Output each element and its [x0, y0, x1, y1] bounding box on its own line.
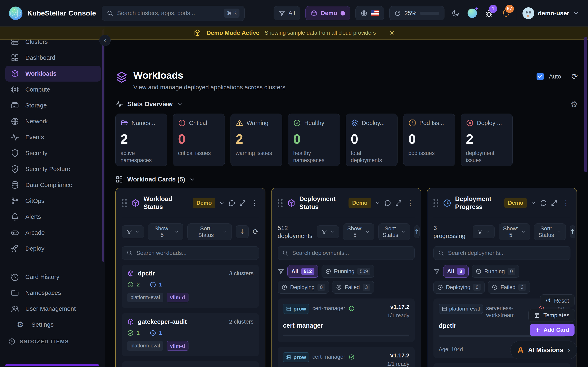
chevron-down-icon[interactable]: [531, 200, 536, 206]
sidebar-item-gitops[interactable]: GitOps: [5, 193, 101, 209]
demo-mode-button[interactable]: Demo: [305, 6, 350, 20]
workload-search-input[interactable]: Search workloads...: [122, 246, 259, 260]
sidebar-item-alerts[interactable]: Alerts: [5, 209, 101, 225]
chip-failed[interactable]: Failed3: [488, 281, 530, 294]
filter-all-button[interactable]: All: [274, 6, 300, 20]
auto-refresh-checkbox[interactable]: [536, 73, 544, 80]
workload-list-item[interactable]: dpctlr 3 clusters 2 1 platform-eval vllm…: [122, 265, 259, 308]
page-scrollbar[interactable]: [584, 37, 587, 172]
debug-button[interactable]: 1: [483, 8, 495, 19]
kebab-menu-icon[interactable]: ⋮: [562, 200, 571, 207]
global-search-input[interactable]: Search clusters, apps, pods... ⌘ K: [102, 6, 245, 21]
stat-card-critical[interactable]: Critical 0 critical issues: [173, 114, 225, 166]
sidebar-item-events[interactable]: Events: [5, 129, 101, 145]
deployment-list-item[interactable]: prow cert-manager v1.17.2 1/1 ready cert…: [278, 347, 415, 367]
chip-deploying[interactable]: Deploying0: [278, 281, 329, 294]
sidebar-item-card-history[interactable]: Card History: [5, 269, 101, 285]
language-button[interactable]: [355, 6, 384, 20]
card-demo-badge[interactable]: Demo: [348, 198, 371, 208]
chip-failed[interactable]: Failed3: [332, 281, 374, 294]
filter-dropdown[interactable]: [317, 225, 339, 238]
sidebar-item-security-posture[interactable]: Security Posture: [5, 161, 101, 177]
card-demo-badge[interactable]: Demo: [504, 198, 527, 208]
expand-icon[interactable]: [239, 200, 246, 207]
chip-all[interactable]: All512: [287, 265, 318, 278]
chip-running[interactable]: Running509: [321, 265, 374, 278]
show-dropdown[interactable]: Show:5: [343, 224, 374, 240]
workload-list-item[interactable]: gatekeeper-audit 2 clusters 1 1 platform…: [122, 313, 259, 356]
sidebar-item-dashboard[interactable]: Dashboard: [5, 50, 101, 66]
sort-direction-button[interactable]: ↓: [236, 225, 249, 238]
kebab-menu-icon[interactable]: ⋮: [250, 200, 259, 207]
workload-name: dpctlr: [138, 270, 155, 277]
sidebar-item-storage[interactable]: Storage: [5, 98, 101, 113]
deployment-search-placeholder: Search deployments...: [448, 250, 505, 256]
sidebar-item-security[interactable]: Security: [5, 145, 101, 161]
sort-direction-button[interactable]: ↑: [570, 225, 575, 238]
sidebar-item-network[interactable]: Network: [5, 113, 101, 129]
stat-card-namespaces[interactable]: Names... 2 active namespaces: [115, 114, 167, 166]
refresh-icon[interactable]: ⟳: [253, 228, 259, 235]
reset-button[interactable]: ↺ Reset: [540, 294, 575, 307]
user-menu[interactable]: demo-user: [522, 7, 579, 19]
theme-toggle-button[interactable]: [450, 8, 461, 19]
sort-dropdown[interactable]: Sort:Status: [534, 224, 566, 240]
sidebar-item-data-compliance[interactable]: Data Compliance: [5, 177, 101, 193]
chip-deploying[interactable]: Deploying0: [433, 281, 485, 294]
stat-card-deployments[interactable]: Deploy... 0 total deployments: [346, 114, 398, 166]
workload-list-item[interactable]: multi-nic-cni-health-checker 1 cluster 1: [122, 361, 259, 367]
deployment-list-item[interactable]: vllm-d gatekeeper-system gatekeeper-audi…: [433, 363, 571, 367]
filter-dropdown[interactable]: [473, 225, 495, 238]
stats-settings-gear-icon[interactable]: ⚙: [571, 100, 578, 108]
sidebar-item-compute[interactable]: Compute: [5, 82, 101, 98]
ai-assistant-button[interactable]: ✦: [467, 8, 478, 19]
comment-icon[interactable]: [540, 200, 547, 207]
drag-handle-icon[interactable]: [278, 199, 283, 207]
sidebar-collapse-button[interactable]: ‹: [99, 35, 111, 46]
resource-usage-control[interactable]: 25%: [389, 6, 444, 20]
deployment-search-input[interactable]: Search deployments...: [433, 246, 571, 260]
chevron-down-icon: [174, 229, 179, 234]
sort-dropdown[interactable]: Sort: Status: [187, 224, 232, 240]
sort-direction-button[interactable]: ↑: [414, 225, 420, 238]
sort-dropdown[interactable]: Sort:Status: [378, 224, 410, 240]
sidebar-item-user-management[interactable]: User Management: [5, 301, 101, 317]
drag-handle-icon[interactable]: [433, 199, 438, 207]
notifications-button[interactable]: 67: [500, 8, 511, 19]
show-dropdown[interactable]: Show: 5: [148, 224, 183, 240]
card-demo-badge[interactable]: Demo: [193, 198, 215, 208]
sidebar-scrollbar[interactable]: [102, 29, 104, 262]
ai-missions-button[interactable]: A AI Missions ›: [510, 341, 577, 359]
refresh-icon[interactable]: ⟳: [571, 73, 578, 80]
usage-slider[interactable]: [420, 12, 439, 15]
sidebar-item-arcade[interactable]: Arcade: [5, 225, 101, 241]
sidebar-item-workloads[interactable]: Workloads: [5, 66, 101, 82]
add-card-button[interactable]: + Add Card: [530, 324, 575, 336]
sidebar-item-settings[interactable]: ⚙Settings: [5, 317, 101, 333]
comment-icon[interactable]: [384, 200, 391, 207]
drag-handle-icon[interactable]: [122, 199, 127, 207]
stat-card-healthy[interactable]: Healthy 0 healthy namespaces: [288, 114, 340, 166]
stat-card-warning[interactable]: Warning 2 warning issues: [231, 114, 282, 166]
stat-card-deployment-issues[interactable]: Deploy ... 2 deployment issues: [461, 114, 513, 166]
deployment-search-input[interactable]: Search deployments...: [278, 246, 415, 260]
banner-close-button[interactable]: ✕: [389, 29, 394, 36]
stats-overview-header[interactable]: Stats Overview ⚙: [115, 100, 578, 108]
deployment-list-item[interactable]: prow cert-manager v1.17.2 1/1 ready cert…: [278, 299, 415, 342]
stat-card-pod-issues[interactable]: Pod Iss... 0 pod issues: [403, 114, 455, 166]
snoozed-items-section[interactable]: SNOOZED ITEMS: [5, 333, 101, 345]
kebab-menu-icon[interactable]: ⋮: [406, 200, 415, 207]
expand-icon[interactable]: [551, 200, 558, 207]
sidebar-item-deploy[interactable]: Deploy: [5, 241, 101, 257]
chevron-down-icon[interactable]: [219, 200, 225, 206]
workload-cards-header[interactable]: Workload Cards (5): [115, 175, 578, 183]
expand-icon[interactable]: [395, 200, 402, 207]
chip-all[interactable]: All3: [443, 265, 468, 278]
templates-button[interactable]: Templates: [528, 309, 575, 322]
chevron-down-icon[interactable]: [375, 200, 380, 206]
comment-icon[interactable]: [228, 200, 235, 207]
filter-dropdown[interactable]: [122, 225, 144, 238]
show-dropdown[interactable]: Show:5: [499, 224, 530, 240]
chip-running[interactable]: Running0: [472, 265, 519, 278]
sidebar-item-namespaces[interactable]: Namespaces: [5, 285, 101, 301]
